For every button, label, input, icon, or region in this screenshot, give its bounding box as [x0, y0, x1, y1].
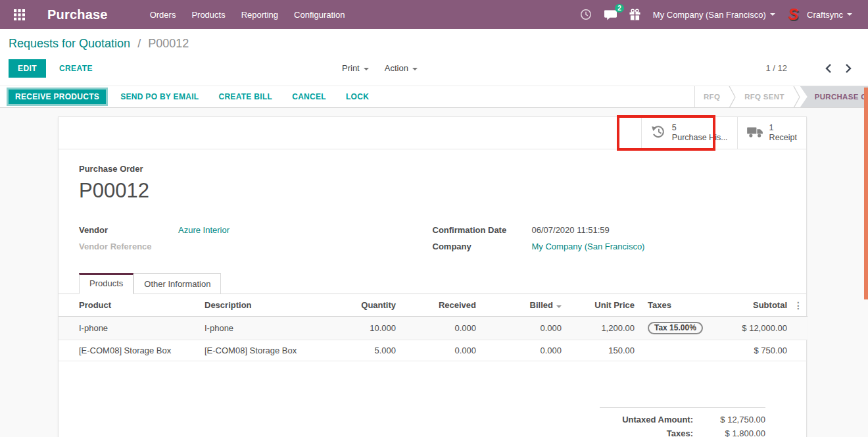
untaxed-amount-row: Untaxed Amount: $ 12,750.00 [600, 413, 765, 426]
pager: 1 / 12 [765, 63, 859, 73]
pager-value: 1 / 12 [765, 63, 787, 73]
confirmation-date-value: 06/07/2020 11:51:59 [532, 225, 786, 235]
cell-received: 0.000 [402, 340, 483, 361]
header-taxes[interactable]: Taxes [641, 294, 720, 317]
cell-unit-price: 150.00 [568, 340, 641, 361]
optional-columns-icon[interactable]: ⋮ [794, 294, 808, 317]
messages-icon[interactable]: 2 [598, 5, 623, 25]
order-lines-table: Product Description Quantity Received Bi… [59, 294, 806, 361]
company-switcher-label: My Company (San Francisco) [653, 10, 766, 20]
notebook-tabs: Products Other Information [59, 273, 806, 294]
cancel-button[interactable]: CANCEL [285, 88, 333, 105]
cell-description: I-phone [198, 317, 324, 340]
chevron-down-icon [847, 13, 852, 16]
header-unit-price[interactable]: Unit Price [568, 294, 641, 317]
pager-next-icon[interactable] [846, 64, 852, 73]
company-label: Company [433, 242, 532, 251]
header-product[interactable]: Product [59, 294, 198, 317]
stage-separator-icon [793, 86, 800, 107]
status-pipeline: RFQ RFQ SENT PURCHASE ORDER [694, 86, 868, 107]
stage-separator-icon [729, 86, 736, 107]
gift-icon[interactable] [623, 5, 646, 24]
header-subtotal[interactable]: Subtotal [720, 294, 794, 317]
pager-previous-icon[interactable] [825, 64, 831, 73]
edit-button[interactable]: EDIT [9, 59, 46, 78]
right-field-column: Confirmation Date 06/07/2020 11:51:59 Co… [433, 225, 786, 251]
header-received[interactable]: Received [402, 294, 483, 317]
breadcrumb-current: P00012 [148, 37, 189, 50]
user-avatar: S [788, 7, 798, 22]
receive-products-button[interactable]: RECEIVE PRODUCTS [7, 88, 108, 106]
truck-icon [747, 126, 763, 141]
sheet-body: Purchase Order P00012 Vendor Azure Inter… [59, 149, 806, 437]
receipt-smart-button[interactable]: 1 Receipt [737, 117, 806, 149]
create-bill-button[interactable]: CREATE BILL [211, 88, 279, 105]
header-billed[interactable]: Billed [483, 294, 568, 317]
cell-received: 0.000 [402, 317, 483, 340]
statusbar: RECEIVE PRODUCTS SEND PO BY EMAIL CREATE… [0, 86, 868, 108]
cell-billed: 0.000 [483, 340, 568, 361]
purchase-history-label: Purchase His... [672, 133, 728, 142]
menu-products[interactable]: Products [183, 5, 233, 24]
stage-rfq[interactable]: RFQ [695, 86, 729, 107]
content-area: 5 Purchase His... 1 Receipt [0, 116, 868, 437]
company-switcher[interactable]: My Company (San Francisco) [646, 6, 782, 24]
create-button[interactable]: CREATE [59, 64, 93, 73]
vendor-link[interactable]: Azure Interior [178, 225, 229, 235]
stage-rfq-sent[interactable]: RFQ SENT [736, 86, 793, 107]
cell-taxes: Tax 15.00% [641, 317, 720, 340]
menu-configuration[interactable]: Configuration [286, 5, 352, 24]
menu-reporting[interactable]: Reporting [233, 5, 286, 24]
company-link[interactable]: My Company (San Francisco) [532, 242, 645, 251]
cell-quantity: 5.000 [324, 340, 402, 361]
lock-button[interactable]: LOCK [339, 88, 376, 105]
activities-clock-icon[interactable] [574, 5, 598, 24]
apps-grid-icon[interactable] [9, 5, 29, 24]
purchase-history-smart-button[interactable]: 5 Purchase His... [641, 117, 737, 149]
user-menu[interactable]: S Craftsync [782, 3, 859, 26]
cell-subtotal: $ 750.00 [720, 340, 794, 361]
sort-caret-icon [556, 305, 562, 308]
control-panel: Requests for Quotation / P00012 EDIT CRE… [0, 29, 868, 86]
table-row[interactable]: [E-COM08] Storage Box [E-COM08] Storage … [59, 340, 808, 361]
totals-block: Untaxed Amount: $ 12,750.00 Taxes: $ 1,8… [600, 407, 765, 437]
breadcrumb-parent-link[interactable]: Requests for Quotation [9, 37, 130, 50]
cell-subtotal: $ 12,000.00 [720, 317, 794, 340]
history-icon [651, 125, 666, 141]
purchase-history-count: 5 [672, 123, 728, 133]
header-description[interactable]: Description [198, 294, 324, 317]
confirmation-date-label: Confirmation Date [433, 225, 532, 235]
action-menu-button[interactable]: Action [385, 63, 418, 73]
vendor-value: Azure Interior [178, 225, 433, 235]
untaxed-amount-label: Untaxed Amount: [622, 415, 693, 424]
statusbar-buttons: RECEIVE PRODUCTS SEND PO BY EMAIL CREATE… [0, 86, 694, 107]
print-menu-button[interactable]: Print [342, 63, 369, 73]
tab-products[interactable]: Products [79, 273, 133, 294]
menu-orders[interactable]: Orders [142, 5, 184, 24]
table-row[interactable]: I-phone I-phone 10.000 0.000 0.000 1,200… [59, 317, 808, 340]
user-name: Craftsync [807, 10, 843, 20]
breadcrumb: Requests for Quotation / P00012 [9, 37, 859, 51]
main-menu: Orders Products Reporting Configuration [142, 5, 353, 24]
stage-purchase-order[interactable]: PURCHASE ORDER [800, 86, 868, 107]
vendor-reference-label: Vendor Reference [79, 242, 178, 251]
chevron-down-icon [770, 13, 775, 16]
breadcrumb-separator: / [137, 37, 141, 50]
company-value: My Company (San Francisco) [532, 242, 786, 251]
vendor-label: Vendor [79, 225, 178, 235]
cell-unit-price: 1,200.00 [568, 317, 641, 340]
cell-taxes [641, 340, 720, 361]
form-sheet: 5 Purchase His... 1 Receipt [58, 116, 807, 437]
field-groups: Vendor Azure Interior Vendor Reference C… [79, 225, 786, 251]
app-name[interactable]: Purchase [47, 7, 108, 22]
send-po-by-email-button[interactable]: SEND PO BY EMAIL [113, 88, 206, 105]
action-menu-label: Action [385, 63, 408, 73]
taxes-label: Taxes: [667, 428, 693, 437]
message-count-badge: 2 [615, 4, 624, 13]
untaxed-amount-value: $ 12,750.00 [693, 415, 765, 424]
receipt-label: Receipt [769, 133, 797, 142]
cell-product: [E-COM08] Storage Box [59, 340, 198, 361]
tab-other-information[interactable]: Other Information [133, 273, 221, 294]
header-quantity[interactable]: Quantity [324, 294, 402, 317]
taxes-value: $ 1,800.00 [693, 428, 765, 437]
